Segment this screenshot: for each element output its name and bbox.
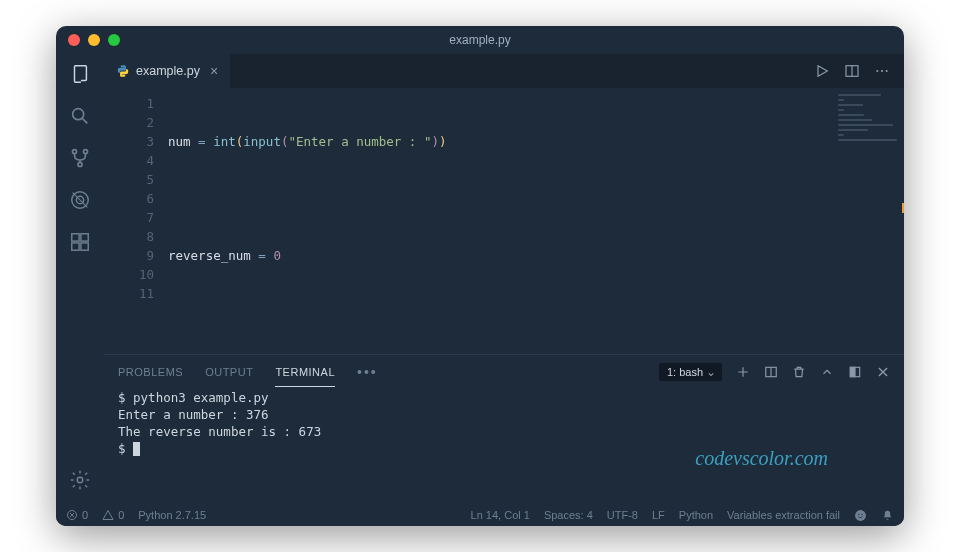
extensions-icon[interactable] xyxy=(68,230,92,254)
scrollbar-marker xyxy=(902,203,904,213)
status-cursor-pos[interactable]: Ln 14, Col 1 xyxy=(471,509,530,521)
terminal-output-line: The reverse number is : 673 xyxy=(118,423,890,440)
svg-point-13 xyxy=(881,70,883,72)
tab-problems[interactable]: PROBLEMS xyxy=(118,358,183,386)
panel-tabs: PROBLEMS OUTPUT TERMINAL ••• 1: bash xyxy=(104,355,904,389)
run-icon[interactable] xyxy=(814,63,830,79)
svg-point-0 xyxy=(73,109,84,120)
activity-bar xyxy=(56,54,104,504)
svg-rect-9 xyxy=(81,234,88,241)
svg-rect-7 xyxy=(72,243,79,250)
more-actions-icon[interactable] xyxy=(874,63,890,79)
close-panel-icon[interactable] xyxy=(876,365,890,379)
close-window-button[interactable] xyxy=(68,34,80,46)
status-eol[interactable]: LF xyxy=(652,509,665,521)
feedback-icon[interactable] xyxy=(854,509,867,522)
tab-bar: example.py × xyxy=(104,54,904,88)
terminal-prompt: $ xyxy=(118,441,133,456)
minimap[interactable] xyxy=(838,94,900,164)
vscode-window: example.py xyxy=(56,26,904,526)
svg-point-19 xyxy=(855,510,866,521)
python-file-icon xyxy=(116,64,130,78)
search-icon[interactable] xyxy=(68,104,92,128)
terminal-command: python3 example.py xyxy=(133,390,268,405)
status-extra[interactable]: Variables extraction fail xyxy=(727,509,840,521)
bell-icon[interactable] xyxy=(881,509,894,522)
status-errors[interactable]: 0 xyxy=(66,509,88,521)
svg-rect-17 xyxy=(850,367,855,376)
tab-terminal[interactable]: TERMINAL xyxy=(275,358,335,387)
chevron-up-icon[interactable] xyxy=(820,365,834,379)
svg-point-2 xyxy=(83,150,87,154)
new-terminal-icon[interactable] xyxy=(736,365,750,379)
svg-point-12 xyxy=(876,70,878,72)
settings-gear-icon[interactable] xyxy=(68,468,92,492)
svg-point-1 xyxy=(72,150,76,154)
minimize-window-button[interactable] xyxy=(88,34,100,46)
maximize-panel-icon[interactable] xyxy=(848,365,862,379)
status-encoding[interactable]: UTF-8 xyxy=(607,509,638,521)
tab-example-py[interactable]: example.py × xyxy=(104,54,230,88)
source-control-icon[interactable] xyxy=(68,146,92,170)
status-warnings[interactable]: 0 xyxy=(102,509,124,521)
line-gutter: 1234567891011 xyxy=(104,88,168,354)
status-bar: 0 0 Python 2.7.15 Ln 14, Col 1 Spaces: 4… xyxy=(56,504,904,526)
split-editor-icon[interactable] xyxy=(844,63,860,79)
window-controls xyxy=(68,34,120,46)
svg-point-14 xyxy=(886,70,888,72)
tab-close-icon[interactable]: × xyxy=(210,63,218,79)
editor[interactable]: 1234567891011 num = int(input("Enter a n… xyxy=(104,88,904,354)
terminal-select[interactable]: 1: bash xyxy=(659,363,722,381)
svg-point-3 xyxy=(78,162,82,166)
debug-icon[interactable] xyxy=(68,188,92,212)
terminal-cursor xyxy=(133,442,140,456)
svg-point-20 xyxy=(858,513,859,514)
split-terminal-icon[interactable] xyxy=(764,365,778,379)
maximize-window-button[interactable] xyxy=(108,34,120,46)
explorer-icon[interactable] xyxy=(68,62,92,86)
panel-more-icon[interactable]: ••• xyxy=(357,364,378,380)
svg-rect-6 xyxy=(72,234,79,241)
code-content[interactable]: num = int(input("Enter a number : ")) re… xyxy=(168,88,904,354)
svg-rect-8 xyxy=(81,243,88,250)
terminal-output-line: Enter a number : 376 xyxy=(118,406,890,423)
status-language[interactable]: Python xyxy=(679,509,713,521)
svg-point-21 xyxy=(861,513,862,514)
svg-point-10 xyxy=(77,477,83,483)
watermark: codevscolor.com xyxy=(695,447,828,470)
bottom-panel: PROBLEMS OUTPUT TERMINAL ••• 1: bash xyxy=(104,354,904,504)
tab-output[interactable]: OUTPUT xyxy=(205,358,253,386)
status-python-version[interactable]: Python 2.7.15 xyxy=(138,509,206,521)
terminal-prompt: $ xyxy=(118,390,133,405)
titlebar: example.py xyxy=(56,26,904,54)
tab-filename: example.py xyxy=(136,64,200,78)
status-indent[interactable]: Spaces: 4 xyxy=(544,509,593,521)
window-title: example.py xyxy=(449,33,510,47)
kill-terminal-icon[interactable] xyxy=(792,365,806,379)
